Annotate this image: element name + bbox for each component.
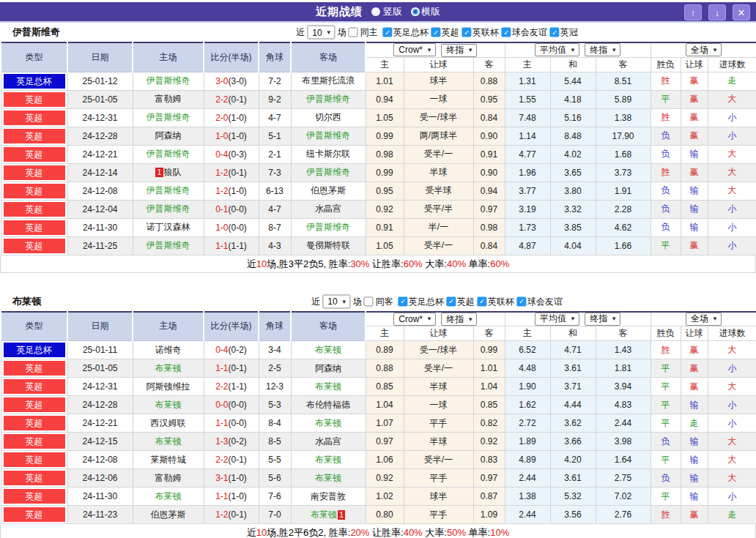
home-team-link[interactable]: 富勒姆 [155,473,182,483]
average-select[interactable]: 平均值▼ [535,43,579,56]
away-team-link[interactable]: 伊普斯维奇 [306,222,350,232]
away-team-link[interactable]: 曼彻斯特联 [306,240,350,250]
away-team-link[interactable]: 伯恩茅斯 [311,185,346,195]
close-button[interactable]: ✕ [733,4,750,20]
away-team-link[interactable]: 切尔西 [315,112,341,122]
away-team-link[interactable]: 布伦特福德 [306,400,350,410]
home-team-link[interactable]: 阿森纳 [155,130,182,141]
full-match-select[interactable]: 全场▼ [686,313,722,326]
full-time-score: 2-2 [215,455,228,465]
average-time-select[interactable]: 终指▼ [585,43,620,56]
home-team-link[interactable]: 伊普斯维奇 [147,203,190,214]
cell-odds-away: 0.83 [473,451,505,469]
away-team-link[interactable]: 水晶宫 [315,203,341,214]
cell-home-team: 伊普斯维奇 [133,145,204,163]
cell-odds-home: 1.05 [366,236,404,255]
cell-result-goals: 大 [708,163,756,182]
cell-odds-home: 1.01 [366,72,404,90]
away-team-link[interactable]: 布莱顿 [315,455,341,465]
away-team-link[interactable]: 纽卡斯尔联 [306,149,350,159]
average-dropdown-cell: 平均值▼ 终指▼ [505,312,651,326]
same-venue-checkbox[interactable] [349,28,358,37]
half-time-score: (0-2) [229,436,247,447]
away-team-link[interactable]: 阿森纳 [315,363,341,373]
move-down-button[interactable]: ↓ [708,4,726,20]
away-team-link[interactable]: 水晶宫 [315,436,341,447]
away-team-link[interactable]: 伊普斯维奇 [306,94,350,104]
home-team-link[interactable]: 布莱顿 [155,436,182,447]
away-team-link[interactable]: 南安普敦 [311,491,346,501]
move-up-button[interactable]: ↑ [684,4,702,20]
full-match-select[interactable]: 全场▼ [686,43,722,56]
league-checkbox[interactable]: ✓ [447,296,456,306]
cell-score: 1-2(1-0) [204,182,259,200]
league-checkbox[interactable]: ✓ [550,28,560,37]
away-team-link[interactable]: 布莱顿 [315,381,341,392]
odds-time-select[interactable]: 终指▼ [441,44,477,57]
column-home: 主场 [133,312,204,341]
home-team-link[interactable]: 莱斯特城 [151,455,186,465]
cell-odds-home: 0.98 [366,145,404,163]
cell-score: 0-1(0-0) [204,200,259,218]
average-select[interactable]: 平均值▼ [535,313,579,326]
cell-avg-draw: 3.56 [550,506,596,524]
full-time-score: 1-1 [215,363,228,373]
home-team-link[interactable]: 伊普斯维奇 [147,149,190,159]
bookmaker-select[interactable]: Crow*▼ [393,313,436,326]
home-team-link[interactable]: 伯恩茅斯 [151,509,186,520]
cell-result-handicap: 赢 [681,72,708,90]
cell-corners: 5-1 [259,127,291,145]
games-count-select[interactable]: 10▼ [322,294,350,308]
league-checkbox[interactable]: ✓ [399,296,408,306]
league-checkbox[interactable]: ✓ [431,28,441,37]
cell-odds-away: 1.09 [473,506,505,524]
cell-corners: 8-4 [259,414,291,433]
home-team-link[interactable]: 西汉姆联 [151,418,186,428]
home-team-link[interactable]: 伊普斯维奇 [147,240,190,250]
away-team-link[interactable]: 伊普斯维奇 [306,167,350,177]
odds-time-select[interactable]: 终指▼ [441,313,477,326]
vertical-layout-radio[interactable]: 竖版 [371,5,402,18]
half-time-score: (0-0) [229,223,247,233]
table-row: 英足总杯25-01-12伊普斯维奇3-0(3-0)7-2布里斯托流浪1.01球半… [1,72,756,90]
home-team-link[interactable]: 狼队 [164,167,182,177]
cell-result-goals: 大 [708,433,756,451]
home-team-link[interactable]: 富勒姆 [155,94,182,104]
away-team-link[interactable]: 布莱顿 [315,418,341,428]
away-team-link[interactable]: 伊普斯维奇 [306,130,350,141]
home-team-link[interactable]: 布莱顿 [155,400,182,410]
cell-score: 3-1(1-0) [204,469,259,487]
home-team-link[interactable]: 伊普斯维奇 [147,112,190,122]
chevron-down-icon: ▼ [712,315,718,322]
league-badge: 英超 [4,361,65,376]
titlebar-buttons: ↑ ↓ ✕ [684,4,750,20]
home-team-link[interactable]: 布莱顿 [155,363,182,373]
average-time-select[interactable]: 终指▼ [585,313,620,326]
away-team-link[interactable]: 布莱顿 [315,345,341,355]
cell-result-handicap: 赢 [681,378,708,396]
league-checkbox[interactable]: ✓ [383,28,393,37]
away-team-link[interactable]: 布莱顿 [315,473,341,483]
cell-result-goals-value: 走 [728,509,737,520]
cell-odds-away: 0.94 [473,182,505,200]
league-badge: 英超 [4,92,65,107]
cell-result-handicap: 赢 [681,127,708,145]
home-team-link[interactable]: 诺维奇 [155,345,182,355]
cell-home-team: 诺维奇 [133,341,204,359]
home-team-link[interactable]: 布莱顿 [155,491,182,501]
bookmaker-select[interactable]: Crow*▼ [393,43,436,56]
league-checkbox[interactable]: ✓ [502,28,511,37]
home-team-link[interactable]: 阿斯顿维拉 [147,381,190,392]
home-team-link[interactable]: 伊普斯维奇 [147,185,190,195]
league-checkbox[interactable]: ✓ [517,296,527,306]
away-team-link[interactable]: 布莱顿 [311,509,337,520]
league-checkbox[interactable]: ✓ [462,28,472,37]
home-team-link[interactable]: 伊普斯维奇 [147,75,190,86]
league-checkbox[interactable]: ✓ [478,296,487,306]
horizontal-layout-radio[interactable]: 横版 [412,5,440,18]
games-count-select[interactable]: 10▼ [307,26,335,40]
same-venue-checkbox[interactable] [364,296,374,306]
away-team-link[interactable]: 布里斯托流浪 [302,75,355,86]
cell-away-team: 布莱顿1 [291,506,366,524]
home-team-link[interactable]: 诺丁汉森林 [147,222,190,232]
